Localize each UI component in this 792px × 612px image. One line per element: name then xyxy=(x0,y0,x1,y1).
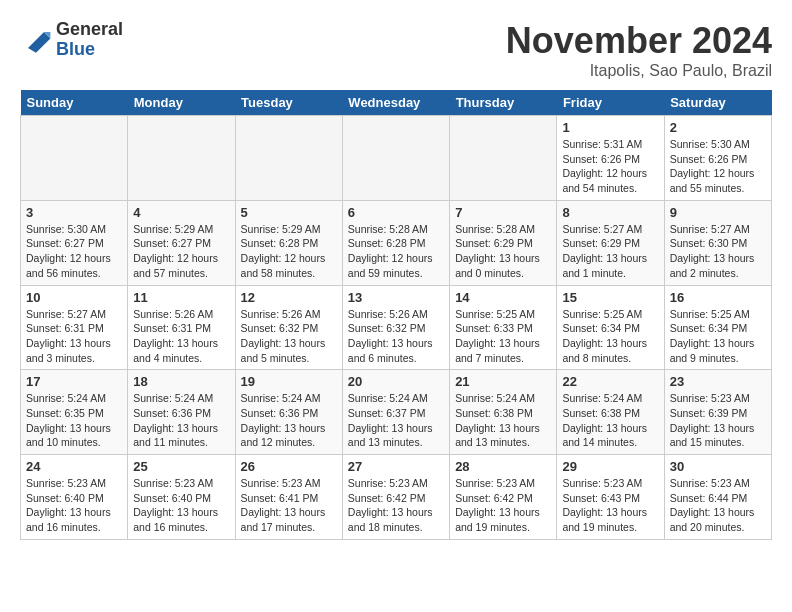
logo-general: General xyxy=(56,20,123,40)
calendar-cell: 9Sunrise: 5:27 AMSunset: 6:30 PMDaylight… xyxy=(664,200,771,285)
day-number: 9 xyxy=(670,205,766,220)
calendar-cell: 18Sunrise: 5:24 AMSunset: 6:36 PMDayligh… xyxy=(128,370,235,455)
calendar-cell: 1Sunrise: 5:31 AMSunset: 6:26 PMDaylight… xyxy=(557,116,664,201)
calendar-week-row: 17Sunrise: 5:24 AMSunset: 6:35 PMDayligh… xyxy=(21,370,772,455)
title-block: November 2024 Itapolis, Sao Paulo, Brazi… xyxy=(506,20,772,80)
day-number: 8 xyxy=(562,205,658,220)
calendar-cell: 27Sunrise: 5:23 AMSunset: 6:42 PMDayligh… xyxy=(342,455,449,540)
calendar-week-row: 24Sunrise: 5:23 AMSunset: 6:40 PMDayligh… xyxy=(21,455,772,540)
day-number: 12 xyxy=(241,290,337,305)
day-info: Sunrise: 5:27 AMSunset: 6:29 PMDaylight:… xyxy=(562,222,658,281)
logo-icon xyxy=(20,24,52,56)
calendar-cell: 10Sunrise: 5:27 AMSunset: 6:31 PMDayligh… xyxy=(21,285,128,370)
calendar-cell xyxy=(450,116,557,201)
weekday-header-saturday: Saturday xyxy=(664,90,771,116)
weekday-header-sunday: Sunday xyxy=(21,90,128,116)
day-number: 13 xyxy=(348,290,444,305)
calendar-cell xyxy=(235,116,342,201)
calendar-week-row: 1Sunrise: 5:31 AMSunset: 6:26 PMDaylight… xyxy=(21,116,772,201)
day-info: Sunrise: 5:24 AMSunset: 6:37 PMDaylight:… xyxy=(348,391,444,450)
logo-text: General Blue xyxy=(56,20,123,60)
day-number: 28 xyxy=(455,459,551,474)
calendar-cell: 4Sunrise: 5:29 AMSunset: 6:27 PMDaylight… xyxy=(128,200,235,285)
day-info: Sunrise: 5:28 AMSunset: 6:29 PMDaylight:… xyxy=(455,222,551,281)
day-info: Sunrise: 5:25 AMSunset: 6:33 PMDaylight:… xyxy=(455,307,551,366)
day-info: Sunrise: 5:24 AMSunset: 6:38 PMDaylight:… xyxy=(455,391,551,450)
day-number: 16 xyxy=(670,290,766,305)
day-number: 24 xyxy=(26,459,122,474)
day-info: Sunrise: 5:23 AMSunset: 6:41 PMDaylight:… xyxy=(241,476,337,535)
calendar-week-row: 3Sunrise: 5:30 AMSunset: 6:27 PMDaylight… xyxy=(21,200,772,285)
day-info: Sunrise: 5:27 AMSunset: 6:30 PMDaylight:… xyxy=(670,222,766,281)
day-number: 27 xyxy=(348,459,444,474)
day-number: 11 xyxy=(133,290,229,305)
calendar-cell: 12Sunrise: 5:26 AMSunset: 6:32 PMDayligh… xyxy=(235,285,342,370)
day-info: Sunrise: 5:30 AMSunset: 6:27 PMDaylight:… xyxy=(26,222,122,281)
day-info: Sunrise: 5:29 AMSunset: 6:27 PMDaylight:… xyxy=(133,222,229,281)
month-title: November 2024 xyxy=(506,20,772,62)
calendar-cell: 3Sunrise: 5:30 AMSunset: 6:27 PMDaylight… xyxy=(21,200,128,285)
day-info: Sunrise: 5:23 AMSunset: 6:43 PMDaylight:… xyxy=(562,476,658,535)
day-number: 4 xyxy=(133,205,229,220)
day-number: 10 xyxy=(26,290,122,305)
calendar-cell: 21Sunrise: 5:24 AMSunset: 6:38 PMDayligh… xyxy=(450,370,557,455)
day-info: Sunrise: 5:23 AMSunset: 6:44 PMDaylight:… xyxy=(670,476,766,535)
calendar-cell: 8Sunrise: 5:27 AMSunset: 6:29 PMDaylight… xyxy=(557,200,664,285)
day-info: Sunrise: 5:24 AMSunset: 6:36 PMDaylight:… xyxy=(241,391,337,450)
day-info: Sunrise: 5:28 AMSunset: 6:28 PMDaylight:… xyxy=(348,222,444,281)
day-number: 1 xyxy=(562,120,658,135)
day-info: Sunrise: 5:31 AMSunset: 6:26 PMDaylight:… xyxy=(562,137,658,196)
day-info: Sunrise: 5:24 AMSunset: 6:36 PMDaylight:… xyxy=(133,391,229,450)
day-number: 25 xyxy=(133,459,229,474)
calendar-cell: 24Sunrise: 5:23 AMSunset: 6:40 PMDayligh… xyxy=(21,455,128,540)
day-info: Sunrise: 5:23 AMSunset: 6:42 PMDaylight:… xyxy=(348,476,444,535)
day-info: Sunrise: 5:27 AMSunset: 6:31 PMDaylight:… xyxy=(26,307,122,366)
logo: General Blue xyxy=(20,20,123,60)
weekday-header-row: SundayMondayTuesdayWednesdayThursdayFrid… xyxy=(21,90,772,116)
day-number: 30 xyxy=(670,459,766,474)
day-info: Sunrise: 5:26 AMSunset: 6:32 PMDaylight:… xyxy=(241,307,337,366)
day-info: Sunrise: 5:23 AMSunset: 6:40 PMDaylight:… xyxy=(26,476,122,535)
calendar-cell: 11Sunrise: 5:26 AMSunset: 6:31 PMDayligh… xyxy=(128,285,235,370)
day-info: Sunrise: 5:29 AMSunset: 6:28 PMDaylight:… xyxy=(241,222,337,281)
calendar-cell: 26Sunrise: 5:23 AMSunset: 6:41 PMDayligh… xyxy=(235,455,342,540)
day-info: Sunrise: 5:25 AMSunset: 6:34 PMDaylight:… xyxy=(670,307,766,366)
calendar-cell xyxy=(128,116,235,201)
day-number: 22 xyxy=(562,374,658,389)
day-info: Sunrise: 5:26 AMSunset: 6:31 PMDaylight:… xyxy=(133,307,229,366)
day-number: 26 xyxy=(241,459,337,474)
day-number: 5 xyxy=(241,205,337,220)
day-number: 2 xyxy=(670,120,766,135)
day-number: 21 xyxy=(455,374,551,389)
day-info: Sunrise: 5:23 AMSunset: 6:42 PMDaylight:… xyxy=(455,476,551,535)
calendar-week-row: 10Sunrise: 5:27 AMSunset: 6:31 PMDayligh… xyxy=(21,285,772,370)
day-number: 29 xyxy=(562,459,658,474)
logo-blue: Blue xyxy=(56,40,123,60)
weekday-header-monday: Monday xyxy=(128,90,235,116)
day-info: Sunrise: 5:30 AMSunset: 6:26 PMDaylight:… xyxy=(670,137,766,196)
calendar-cell xyxy=(21,116,128,201)
day-info: Sunrise: 5:24 AMSunset: 6:35 PMDaylight:… xyxy=(26,391,122,450)
day-number: 17 xyxy=(26,374,122,389)
weekday-header-wednesday: Wednesday xyxy=(342,90,449,116)
day-info: Sunrise: 5:25 AMSunset: 6:34 PMDaylight:… xyxy=(562,307,658,366)
day-info: Sunrise: 5:23 AMSunset: 6:40 PMDaylight:… xyxy=(133,476,229,535)
day-info: Sunrise: 5:23 AMSunset: 6:39 PMDaylight:… xyxy=(670,391,766,450)
page-header: General Blue November 2024 Itapolis, Sao… xyxy=(20,20,772,80)
calendar-cell: 28Sunrise: 5:23 AMSunset: 6:42 PMDayligh… xyxy=(450,455,557,540)
day-number: 14 xyxy=(455,290,551,305)
calendar-cell: 29Sunrise: 5:23 AMSunset: 6:43 PMDayligh… xyxy=(557,455,664,540)
weekday-header-thursday: Thursday xyxy=(450,90,557,116)
day-number: 20 xyxy=(348,374,444,389)
location: Itapolis, Sao Paulo, Brazil xyxy=(506,62,772,80)
day-number: 23 xyxy=(670,374,766,389)
calendar-cell: 23Sunrise: 5:23 AMSunset: 6:39 PMDayligh… xyxy=(664,370,771,455)
calendar-cell: 2Sunrise: 5:30 AMSunset: 6:26 PMDaylight… xyxy=(664,116,771,201)
day-number: 3 xyxy=(26,205,122,220)
calendar-cell: 7Sunrise: 5:28 AMSunset: 6:29 PMDaylight… xyxy=(450,200,557,285)
calendar-cell: 25Sunrise: 5:23 AMSunset: 6:40 PMDayligh… xyxy=(128,455,235,540)
calendar-cell: 19Sunrise: 5:24 AMSunset: 6:36 PMDayligh… xyxy=(235,370,342,455)
calendar-cell: 20Sunrise: 5:24 AMSunset: 6:37 PMDayligh… xyxy=(342,370,449,455)
calendar-table: SundayMondayTuesdayWednesdayThursdayFrid… xyxy=(20,90,772,540)
calendar-cell: 5Sunrise: 5:29 AMSunset: 6:28 PMDaylight… xyxy=(235,200,342,285)
